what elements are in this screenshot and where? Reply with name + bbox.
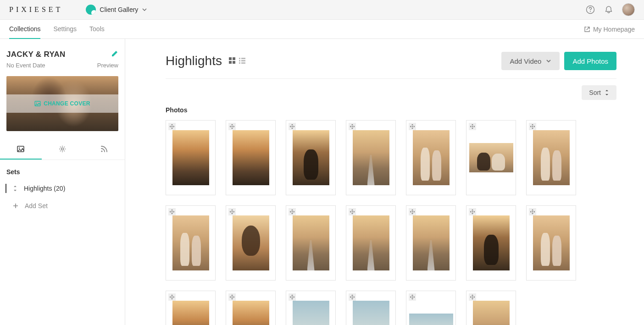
add-video-button[interactable]: Add Video: [501, 52, 560, 70]
image-icon: [34, 100, 41, 107]
move-icon[interactable]: [469, 208, 476, 215]
svg-rect-11: [233, 61, 235, 64]
move-icon[interactable]: [168, 293, 176, 301]
sort-handle-icon[interactable]: [13, 186, 17, 191]
help-icon[interactable]: [585, 5, 595, 15]
sort-icon: [605, 90, 609, 95]
move-icon[interactable]: [349, 293, 356, 301]
photo-thumb[interactable]: [406, 120, 456, 195]
photo-image: [413, 130, 450, 185]
change-cover-button[interactable]: CHANGE COVER: [6, 94, 118, 113]
set-title: Highlights: [166, 54, 222, 68]
photo-image: [533, 215, 570, 270]
move-icon[interactable]: [168, 208, 176, 215]
photo-thumb[interactable]: [286, 291, 336, 325]
svg-point-5: [19, 148, 20, 149]
nav-tab-settings[interactable]: Settings: [53, 20, 77, 39]
brand-logo[interactable]: PIXIESET: [9, 6, 63, 14]
photo-thumb[interactable]: [346, 205, 396, 281]
move-icon[interactable]: [529, 123, 536, 130]
edit-icon[interactable]: [111, 50, 118, 57]
photo-thumb[interactable]: [226, 120, 276, 195]
avatar[interactable]: [622, 3, 635, 16]
move-icon[interactable]: [349, 208, 356, 215]
grid-view-icon[interactable]: [228, 57, 237, 65]
photo-image: [353, 215, 389, 270]
move-icon[interactable]: [529, 208, 536, 215]
app-switcher[interactable]: Client Gallery: [86, 5, 147, 15]
move-icon[interactable]: [228, 208, 236, 215]
add-video-label: Add Video: [510, 57, 541, 65]
photo-image: [469, 143, 513, 172]
photo-thumb[interactable]: [166, 205, 216, 281]
photo-thumb[interactable]: [406, 205, 456, 281]
add-set-button[interactable]: Add Set: [0, 197, 125, 214]
move-icon[interactable]: [349, 123, 356, 130]
move-icon[interactable]: [469, 293, 476, 301]
photo-thumb[interactable]: [286, 205, 336, 281]
photo-image: [233, 215, 269, 270]
move-icon[interactable]: [289, 208, 296, 215]
svg-point-7: [101, 150, 102, 152]
photo-thumb[interactable]: [286, 120, 336, 195]
svg-rect-9: [233, 57, 235, 60]
photo-thumb[interactable]: [226, 205, 276, 281]
list-view-icon[interactable]: [239, 57, 247, 65]
photo-thumb[interactable]: [466, 205, 516, 281]
collection-title: JACKY & RYAN: [6, 50, 66, 59]
move-icon[interactable]: [228, 293, 236, 301]
set-item-highlights[interactable]: Highlights (20): [0, 180, 125, 197]
photo-image: [233, 130, 269, 185]
photo-thumb[interactable]: [526, 120, 576, 195]
photo-image: [293, 215, 329, 270]
move-icon[interactable]: [409, 123, 416, 130]
chevron-down-icon: [546, 58, 551, 64]
photo-grid: [166, 120, 616, 325]
my-homepage-label: My Homepage: [593, 26, 635, 33]
move-icon[interactable]: [289, 293, 296, 301]
move-icon[interactable]: [469, 123, 476, 130]
event-date: No Event Date: [6, 62, 45, 69]
sidebar-tab-settings[interactable]: [42, 139, 83, 160]
add-photos-button[interactable]: Add Photos: [564, 52, 616, 70]
nav-bar: Collections Settings Tools My Homepage: [0, 20, 644, 39]
photo-image: [172, 301, 209, 325]
move-icon[interactable]: [409, 293, 416, 301]
photo-thumb[interactable]: [466, 120, 516, 195]
sidebar-tab-activity[interactable]: [83, 139, 125, 160]
svg-point-1: [590, 11, 591, 12]
photo-thumb[interactable]: [526, 205, 576, 281]
svg-point-3: [36, 103, 37, 104]
svg-rect-13: [241, 58, 245, 59]
gear-icon: [58, 145, 67, 153]
nav-tab-tools[interactable]: Tools: [89, 20, 105, 39]
sets-heading: Sets: [0, 160, 125, 180]
plus-icon: [13, 203, 18, 209]
photo-image: [409, 314, 453, 325]
move-icon[interactable]: [289, 123, 296, 130]
photo-thumb[interactable]: [226, 291, 276, 325]
my-homepage-link[interactable]: My Homepage: [584, 26, 635, 33]
photo-thumb[interactable]: [466, 291, 516, 325]
move-icon[interactable]: [168, 123, 176, 130]
nav-tab-collections[interactable]: Collections: [9, 20, 40, 39]
photo-image: [473, 215, 510, 270]
photo-thumb[interactable]: [346, 120, 396, 195]
photo-thumb[interactable]: [346, 291, 396, 325]
svg-point-6: [61, 148, 64, 150]
photo-thumb[interactable]: [166, 120, 216, 195]
sort-button[interactable]: Sort: [582, 85, 616, 100]
bell-icon[interactable]: [604, 5, 614, 15]
move-icon[interactable]: [409, 208, 416, 215]
main-content: Highlights Add Video Add Photos: [125, 39, 644, 325]
sidebar: JACKY & RYAN No Event Date Preview CHANG…: [0, 39, 125, 325]
photo-thumb[interactable]: [406, 291, 456, 325]
photos-icon: [17, 145, 25, 153]
photo-thumb[interactable]: [166, 291, 216, 325]
svg-rect-17: [241, 62, 245, 64]
preview-link[interactable]: Preview: [97, 62, 118, 69]
svg-rect-16: [239, 62, 240, 64]
sidebar-tab-photos[interactable]: [0, 139, 42, 160]
photo-image: [533, 130, 570, 185]
move-icon[interactable]: [228, 123, 236, 130]
